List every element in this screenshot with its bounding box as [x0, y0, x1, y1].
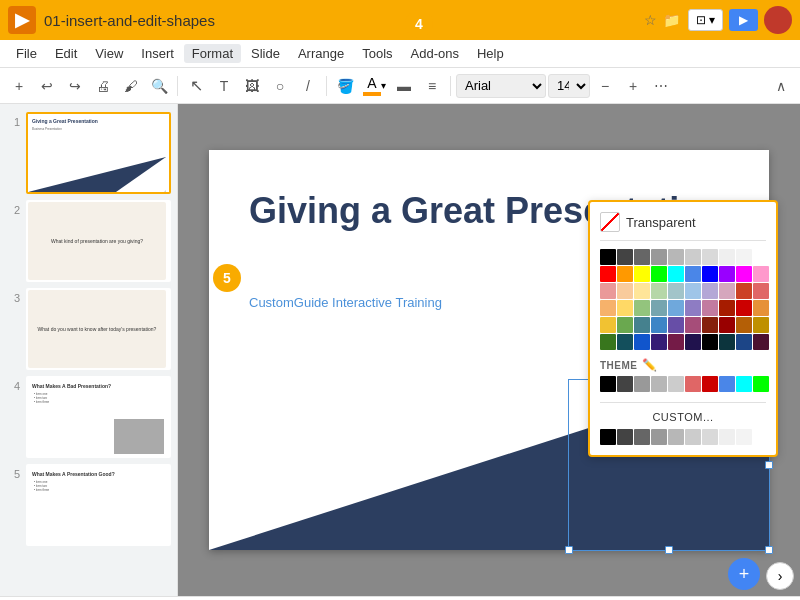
- text-button[interactable]: T: [211, 73, 237, 99]
- expand-button[interactable]: ›: [766, 562, 794, 590]
- custom-color-cell[interactable]: [668, 429, 684, 445]
- color-cell[interactable]: [753, 283, 769, 299]
- color-cell[interactable]: [736, 300, 752, 316]
- color-cell[interactable]: [600, 266, 616, 282]
- color-cell[interactable]: [753, 249, 769, 265]
- custom-color-cell[interactable]: [634, 429, 650, 445]
- custom-color-cell[interactable]: [702, 429, 718, 445]
- menu-edit[interactable]: Edit: [47, 44, 85, 63]
- menu-arrange[interactable]: Arrange: [290, 44, 352, 63]
- menu-help[interactable]: Help: [469, 44, 512, 63]
- theme-color-cell[interactable]: [702, 376, 718, 392]
- color-cell[interactable]: [651, 317, 667, 333]
- custom-color-cell[interactable]: [651, 429, 667, 445]
- font-size-select[interactable]: 14: [548, 74, 590, 98]
- color-cell[interactable]: [685, 266, 701, 282]
- menu-file[interactable]: File: [8, 44, 45, 63]
- font-select[interactable]: Arial: [456, 74, 546, 98]
- present-button[interactable]: ▶: [729, 9, 758, 31]
- collapse-button[interactable]: ∧: [768, 73, 794, 99]
- menu-slide[interactable]: Slide: [243, 44, 288, 63]
- color-cell[interactable]: [600, 334, 616, 350]
- theme-color-cell[interactable]: [753, 376, 769, 392]
- slide-thumb-4[interactable]: 4 What Makes A Bad Presentation? • item …: [6, 376, 171, 458]
- no-fill-icon[interactable]: [600, 212, 620, 232]
- theme-color-cell[interactable]: [651, 376, 667, 392]
- color-cell[interactable]: [651, 334, 667, 350]
- color-cell[interactable]: [634, 266, 650, 282]
- slide-image-5[interactable]: What Makes A Presentation Good? • item o…: [26, 464, 171, 546]
- custom-color-cell[interactable]: [753, 429, 769, 445]
- folder-icon[interactable]: 📁: [663, 12, 680, 28]
- color-cell[interactable]: [736, 317, 752, 333]
- color-cell[interactable]: [719, 317, 735, 333]
- color-cell[interactable]: [668, 283, 684, 299]
- theme-color-cell[interactable]: [685, 376, 701, 392]
- color-cell[interactable]: [702, 317, 718, 333]
- color-cell[interactable]: [617, 249, 633, 265]
- line-button[interactable]: /: [295, 73, 321, 99]
- theme-color-cell[interactable]: [600, 376, 616, 392]
- custom-color-cell[interactable]: [600, 429, 616, 445]
- color-cell[interactable]: [753, 334, 769, 350]
- color-cell[interactable]: [719, 266, 735, 282]
- background-button[interactable]: 🪣: [332, 73, 358, 99]
- color-cell[interactable]: [685, 249, 701, 265]
- color-cell[interactable]: [651, 300, 667, 316]
- border-color-button[interactable]: ▬: [391, 73, 417, 99]
- color-cell[interactable]: [736, 334, 752, 350]
- star-icon[interactable]: ☆: [644, 12, 657, 28]
- color-cell[interactable]: [600, 317, 616, 333]
- custom-button[interactable]: CUSTOM...: [600, 411, 766, 423]
- zoom-button[interactable]: 🔍: [146, 73, 172, 99]
- color-cell[interactable]: [702, 283, 718, 299]
- custom-color-cell[interactable]: [617, 429, 633, 445]
- color-cell[interactable]: [719, 249, 735, 265]
- handle-bottom[interactable]: [665, 546, 673, 554]
- theme-color-cell[interactable]: [617, 376, 633, 392]
- color-cell[interactable]: [736, 283, 752, 299]
- color-cell[interactable]: [651, 249, 667, 265]
- menu-tools[interactable]: Tools: [354, 44, 400, 63]
- handle-right[interactable]: [765, 461, 773, 469]
- theme-color-cell[interactable]: [634, 376, 650, 392]
- border-weight-button[interactable]: ≡: [419, 73, 445, 99]
- color-cell[interactable]: [702, 266, 718, 282]
- color-cell[interactable]: [668, 334, 684, 350]
- theme-color-cell[interactable]: [668, 376, 684, 392]
- paint-format-button[interactable]: 🖌: [118, 73, 144, 99]
- color-cell[interactable]: [634, 283, 650, 299]
- color-cell[interactable]: [668, 249, 684, 265]
- handle-bottom-left[interactable]: [565, 546, 573, 554]
- color-cell[interactable]: [719, 334, 735, 350]
- color-cell[interactable]: [668, 317, 684, 333]
- color-cell[interactable]: [651, 283, 667, 299]
- color-cell[interactable]: [600, 249, 616, 265]
- more-options[interactable]: ⋯: [648, 73, 674, 99]
- color-cell[interactable]: [685, 334, 701, 350]
- slide-thumb-5[interactable]: 5 What Makes A Presentation Good? • item…: [6, 464, 171, 546]
- color-cell[interactable]: [617, 334, 633, 350]
- color-cell[interactable]: [719, 283, 735, 299]
- font-size-increase[interactable]: +: [620, 73, 646, 99]
- add-button[interactable]: +: [6, 73, 32, 99]
- color-cell[interactable]: [753, 300, 769, 316]
- shape-button[interactable]: ○: [267, 73, 293, 99]
- color-cell[interactable]: [668, 266, 684, 282]
- theme-color-cell[interactable]: [736, 376, 752, 392]
- custom-color-cell[interactable]: [685, 429, 701, 445]
- color-cell[interactable]: [685, 317, 701, 333]
- slide-thumb-2[interactable]: 2 What kind of presentation are you givi…: [6, 200, 171, 282]
- color-cell[interactable]: [719, 300, 735, 316]
- color-cell[interactable]: [600, 283, 616, 299]
- color-cell[interactable]: [702, 249, 718, 265]
- color-cell[interactable]: [634, 317, 650, 333]
- color-cell[interactable]: [617, 283, 633, 299]
- slide-image-4[interactable]: What Makes A Bad Presentation? • item on…: [26, 376, 171, 458]
- menu-insert[interactable]: Insert: [133, 44, 182, 63]
- color-cell[interactable]: [617, 300, 633, 316]
- color-cell[interactable]: [634, 300, 650, 316]
- slide-thumb-1[interactable]: 1 Giving a Great Presentation Business P…: [6, 112, 171, 194]
- custom-color-cell[interactable]: [719, 429, 735, 445]
- slide-image-3[interactable]: What do you want to know after today's p…: [26, 288, 171, 370]
